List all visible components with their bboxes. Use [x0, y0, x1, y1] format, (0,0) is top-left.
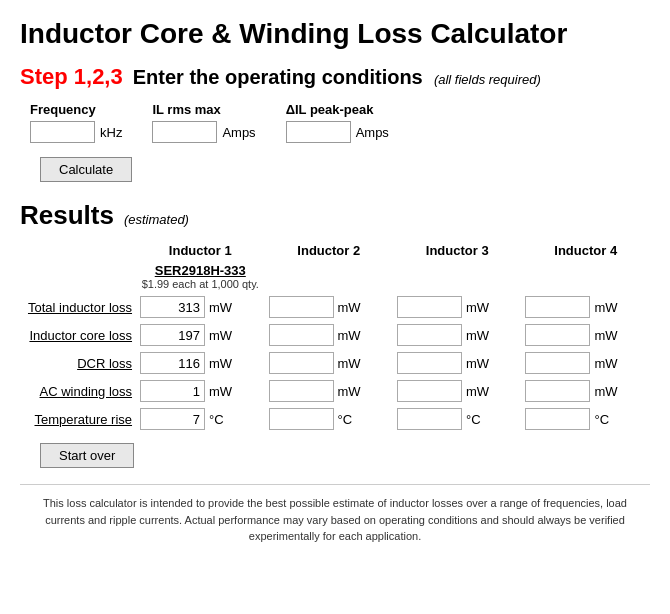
- result-cell-3-3: mW: [521, 377, 650, 405]
- frequency-label: Frequency: [30, 102, 122, 117]
- row-label-text-4[interactable]: Temperature rise: [34, 412, 132, 427]
- result-unit-2-3: mW: [594, 356, 614, 371]
- result-unit-4-1: °C: [338, 412, 358, 427]
- results-title: Results: [20, 200, 114, 231]
- result-input-2-1[interactable]: [269, 352, 334, 374]
- result-unit-3-3: mW: [594, 384, 614, 399]
- results-header: Results (estimated): [20, 200, 650, 231]
- col-header-inductor2: Inductor 2: [265, 241, 393, 260]
- result-cell-4-2: °C: [393, 405, 521, 433]
- table-row: DCR lossmWmWmWmW: [20, 349, 650, 377]
- result-unit-3-1: mW: [338, 384, 358, 399]
- delta-il-group: ΔIL peak-peak 3.00 Amps: [286, 102, 389, 143]
- result-input-0-0[interactable]: [140, 296, 205, 318]
- result-cell-0-3: mW: [521, 293, 650, 321]
- calculate-button[interactable]: Calculate: [40, 157, 132, 182]
- result-cell-4-3: °C: [521, 405, 650, 433]
- result-input-3-2[interactable]: [397, 380, 462, 402]
- result-cell-1-1: mW: [265, 321, 393, 349]
- result-input-4-0[interactable]: [140, 408, 205, 430]
- result-input-2-3[interactable]: [525, 352, 590, 374]
- result-cell-4-1: °C: [265, 405, 393, 433]
- startover-button[interactable]: Start over: [40, 443, 134, 468]
- row-label-1: Inductor core loss: [20, 321, 136, 349]
- step-title: Enter the operating conditions (all fiel…: [133, 66, 541, 89]
- table-row: Total inductor lossmWmWmWmW: [20, 293, 650, 321]
- result-unit-4-3: °C: [594, 412, 614, 427]
- result-input-3-3[interactable]: [525, 380, 590, 402]
- il-rms-group: IL rms max 7.10 Amps: [152, 102, 255, 143]
- result-input-3-0[interactable]: [140, 380, 205, 402]
- result-input-1-2[interactable]: [397, 324, 462, 346]
- inductor1-name-empty: [20, 260, 136, 293]
- results-table: Inductor 1 Inductor 2 Inductor 3 Inducto…: [20, 241, 650, 433]
- frequency-input[interactable]: 200: [30, 121, 95, 143]
- result-unit-1-2: mW: [466, 328, 486, 343]
- result-cell-3-0: mW: [136, 377, 264, 405]
- page-title: Inductor Core & Winding Loss Calculator: [20, 18, 650, 50]
- il-rms-input-row: 7.10 Amps: [152, 121, 255, 143]
- row-label-4: Temperature rise: [20, 405, 136, 433]
- result-unit-1-0: mW: [209, 328, 229, 343]
- il-rms-input[interactable]: 7.10: [152, 121, 217, 143]
- col-header-inductor3: Inductor 3: [393, 241, 521, 260]
- row-label-text-1[interactable]: Inductor core loss: [29, 328, 132, 343]
- result-unit-3-0: mW: [209, 384, 229, 399]
- result-unit-3-2: mW: [466, 384, 486, 399]
- row-label-text-0[interactable]: Total inductor loss: [28, 300, 132, 315]
- delta-il-input[interactable]: 3.00: [286, 121, 351, 143]
- frequency-input-row: 200 kHz: [30, 121, 122, 143]
- delta-il-unit: Amps: [356, 125, 389, 140]
- result-unit-0-2: mW: [466, 300, 486, 315]
- result-unit-0-3: mW: [594, 300, 614, 315]
- result-unit-4-0: °C: [209, 412, 229, 427]
- startover-row: Start over: [30, 443, 650, 468]
- col-header-empty: [20, 241, 136, 260]
- result-unit-4-2: °C: [466, 412, 486, 427]
- result-unit-2-0: mW: [209, 356, 229, 371]
- il-rms-unit: Amps: [222, 125, 255, 140]
- row-label-3: AC winding loss: [20, 377, 136, 405]
- result-input-1-0[interactable]: [140, 324, 205, 346]
- step-header: Step 1,2,3 Enter the operating condition…: [20, 64, 650, 90]
- result-cell-2-3: mW: [521, 349, 650, 377]
- result-cell-1-0: mW: [136, 321, 264, 349]
- inductor1-price: $1.99 each at 1,000 qty.: [140, 278, 260, 290]
- result-unit-2-2: mW: [466, 356, 486, 371]
- row-label-0: Total inductor loss: [20, 293, 136, 321]
- row-label-text-2[interactable]: DCR loss: [77, 356, 132, 371]
- table-row: AC winding lossmWmWmWmW: [20, 377, 650, 405]
- result-unit-0-1: mW: [338, 300, 358, 315]
- result-input-2-0[interactable]: [140, 352, 205, 374]
- result-input-0-3[interactable]: [525, 296, 590, 318]
- result-cell-4-0: °C: [136, 405, 264, 433]
- result-input-0-1[interactable]: [269, 296, 334, 318]
- result-input-1-1[interactable]: [269, 324, 334, 346]
- result-cell-0-1: mW: [265, 293, 393, 321]
- result-input-0-2[interactable]: [397, 296, 462, 318]
- result-input-4-1[interactable]: [269, 408, 334, 430]
- result-input-3-1[interactable]: [269, 380, 334, 402]
- inductor1-info: SER2918H-333 $1.99 each at 1,000 qty.: [136, 260, 264, 293]
- step-label: Step 1,2,3: [20, 64, 123, 90]
- results-section: Results (estimated) Inductor 1 Inductor …: [20, 200, 650, 468]
- result-cell-2-1: mW: [265, 349, 393, 377]
- result-input-4-3[interactable]: [525, 408, 590, 430]
- result-unit-0-0: mW: [209, 300, 229, 315]
- result-input-1-3[interactable]: [525, 324, 590, 346]
- result-input-4-2[interactable]: [397, 408, 462, 430]
- results-subtitle: (estimated): [124, 212, 189, 227]
- result-unit-1-1: mW: [338, 328, 358, 343]
- inductor4-info-empty: [521, 260, 650, 293]
- result-cell-0-2: mW: [393, 293, 521, 321]
- row-label-2: DCR loss: [20, 349, 136, 377]
- result-unit-2-1: mW: [338, 356, 358, 371]
- frequency-unit: kHz: [100, 125, 122, 140]
- result-input-2-2[interactable]: [397, 352, 462, 374]
- inductor1-name[interactable]: SER2918H-333: [140, 263, 260, 278]
- step-section: Step 1,2,3 Enter the operating condition…: [20, 64, 650, 182]
- col-header-inductor1: Inductor 1: [136, 241, 264, 260]
- result-unit-1-3: mW: [594, 328, 614, 343]
- table-row: Inductor core lossmWmWmWmW: [20, 321, 650, 349]
- row-label-text-3[interactable]: AC winding loss: [40, 384, 133, 399]
